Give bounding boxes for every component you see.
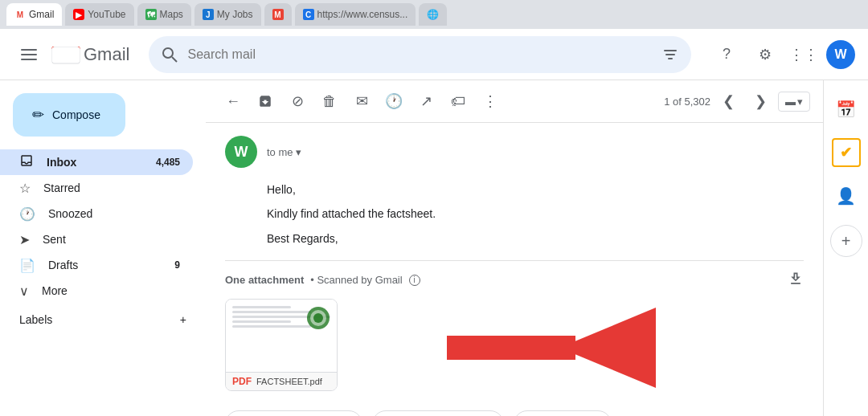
thumbnail-content (226, 300, 337, 372)
sidebar-item-more[interactable]: ∨ More (0, 278, 193, 304)
search-settings-icon[interactable] (662, 47, 678, 63)
sidebar-item-drafts[interactable]: 📄 Drafts 9 (0, 252, 193, 278)
help-button[interactable]: ? (710, 39, 743, 71)
tab-gmail2[interactable]: M (264, 3, 292, 26)
more-label: More (42, 284, 68, 297)
sender-avatar: W (225, 136, 257, 168)
app-container: ✏ Compose Inbox 4,485 ☆ Starred 🕐 Snooze… (0, 80, 868, 416)
maps-favicon: 🗺 (145, 9, 157, 20)
email-meta: W to me ▾ (225, 136, 804, 168)
doc-line-2 (232, 311, 311, 313)
view-toggle-button[interactable]: ▬ ▾ (778, 92, 810, 112)
gmail-favicon: M (14, 9, 26, 20)
doc-line-1 (232, 306, 291, 308)
globe-favicon: 🌐 (427, 9, 439, 20)
more-actions-button[interactable]: ⋮ (476, 87, 505, 116)
starred-icon: ☆ (19, 181, 31, 196)
thumbnail-footer: PDF FACTSHEET.pdf (226, 372, 337, 390)
tab-gmail-label: Gmail (29, 9, 54, 20)
attachment-count: One attachment (225, 274, 304, 286)
compose-button[interactable]: ✏ Compose (13, 93, 125, 137)
svg-rect-0 (21, 49, 37, 51)
tab-globe[interactable]: 🌐 (419, 3, 447, 26)
quick-reply-1[interactable]: Well received, thanks. (225, 410, 362, 416)
tab-myjobs-label: My Jobs (217, 9, 253, 20)
doc-logo-svg (306, 306, 330, 330)
email-body-line-2: Kindly find attached the factsheet. (267, 205, 804, 222)
svg-rect-2 (21, 59, 37, 60)
view-icon: ▬ (785, 96, 796, 108)
browser-tab-bar: M Gmail ▶ YouTube 🗺 Maps J My Jobs M C h… (0, 0, 868, 29)
tab-youtube-label: YouTube (88, 9, 125, 20)
email-body-line-1: Hello, (267, 181, 804, 198)
youtube-favicon: ▶ (73, 9, 84, 20)
move-to-button[interactable]: ↗ (411, 87, 440, 116)
svg-line-5 (172, 57, 177, 62)
spam-button[interactable]: ⊘ (283, 87, 312, 116)
compose-label: Compose (52, 108, 100, 121)
right-panel: 📅 ✔ 👤 + (823, 80, 868, 416)
sidebar-item-starred[interactable]: ☆ Starred (0, 175, 193, 201)
snoozed-label: Snoozed (48, 207, 92, 220)
quick-replies: Well received, thanks. Received, thank y… (225, 410, 804, 416)
search-input[interactable] (187, 47, 653, 62)
calendar-icon-btn[interactable]: 📅 (830, 93, 862, 125)
add-label-button[interactable]: + (180, 313, 186, 326)
tab-gmail[interactable]: M Gmail (6, 3, 62, 26)
search-icon (162, 47, 178, 63)
main-area: ← ⊘ 🗑 ✉ 🕐 ↗ 🏷 ⋮ 1 of 5,302 ❮ ❯ ▬ ▾ (206, 80, 823, 416)
settings-button[interactable]: ⚙ (749, 39, 781, 71)
archive-button[interactable] (251, 87, 280, 116)
page-info: 1 of 5,302 (664, 96, 710, 108)
attachment-thumbnail[interactable]: PDF FACTSHEET.pdf (225, 299, 338, 391)
drafts-label: Drafts (48, 259, 78, 271)
gmail-logo: Gmail (51, 43, 129, 66)
prev-email-button[interactable]: ❮ (714, 87, 743, 116)
tab-maps-label: Maps (160, 9, 183, 20)
add-panel-button[interactable]: + (830, 225, 862, 257)
svg-rect-8 (668, 58, 673, 59)
pdf-icon: PDF (232, 376, 252, 387)
sidebar-item-snoozed[interactable]: 🕐 Snoozed (0, 201, 193, 226)
contacts-icon-btn[interactable]: 👤 (830, 180, 862, 212)
email-body: Hello, Kindly find attached the factshee… (225, 181, 804, 247)
snoozed-icon: 🕐 (19, 206, 35, 222)
email-content: W to me ▾ Hello, Kindly find attached th… (206, 123, 823, 416)
starred-label: Starred (43, 181, 80, 194)
hamburger-button[interactable] (13, 39, 45, 71)
search-bar[interactable] (149, 36, 691, 73)
attachment-download-all[interactable] (788, 271, 804, 289)
delete-button[interactable]: 🗑 (315, 87, 344, 116)
quick-reply-3[interactable]: Well received. (514, 410, 612, 416)
labels-title: Labels (19, 313, 52, 326)
toolbar-right: 1 of 5,302 ❮ ❯ ▬ ▾ (664, 87, 810, 116)
scanned-label: • Scanned by Gmail (310, 274, 402, 286)
svg-rect-7 (665, 54, 675, 55)
svg-point-4 (163, 48, 173, 58)
labels-button[interactable]: 🏷 (444, 87, 473, 116)
next-email-button[interactable]: ❯ (746, 87, 775, 116)
to-me-label: to me ▾ (267, 146, 301, 158)
quick-reply-2[interactable]: Received, thank you. (372, 410, 505, 416)
doc-line-5 (232, 325, 311, 328)
sent-label: Sent (43, 233, 66, 246)
tab-youtube[interactable]: ▶ YouTube (65, 3, 133, 26)
attachment-section: One attachment • Scanned by Gmail i (225, 260, 804, 391)
avatar[interactable]: W (826, 40, 855, 69)
tab-maps[interactable]: 🗺 Maps (137, 3, 191, 26)
inbox-label: Inbox (47, 156, 76, 169)
sidebar-item-inbox[interactable]: Inbox 4,485 (0, 149, 193, 175)
svg-point-11 (313, 313, 323, 323)
sidebar: ✏ Compose Inbox 4,485 ☆ Starred 🕐 Snooze… (0, 80, 206, 416)
inbox-icon (19, 153, 34, 171)
apps-button[interactable]: ⋮⋮ (788, 39, 820, 71)
view-chevron: ▾ (797, 96, 803, 108)
tab-census-label: https://www.census... (317, 9, 408, 20)
tab-myjobs[interactable]: J My Jobs (194, 3, 261, 26)
back-button[interactable]: ← (219, 87, 248, 116)
mark-unread-button[interactable]: ✉ (347, 87, 376, 116)
tab-census[interactable]: C https://www.census... (295, 3, 416, 26)
snooze-button[interactable]: 🕐 (379, 87, 408, 116)
tasks-icon-btn[interactable]: ✔ (832, 138, 861, 167)
sidebar-item-sent[interactable]: ➤ Sent (0, 226, 193, 252)
